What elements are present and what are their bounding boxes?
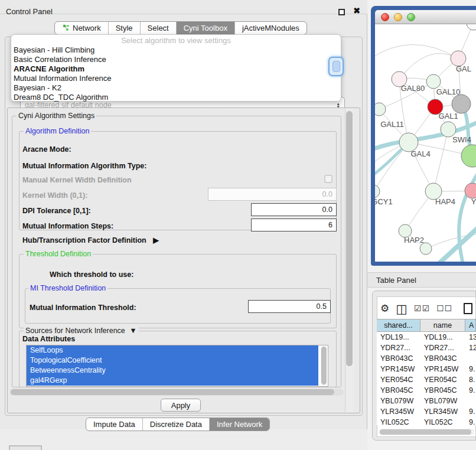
dpi-tolerance-field[interactable]: 0.0 — [251, 203, 337, 216]
algorithm-option[interactable]: ARACNE Algorithm — [11, 64, 341, 74]
network-edge — [459, 166, 476, 262]
algorithm-option[interactable]: Mutual Information Inference — [11, 74, 341, 83]
node-label: GAL10 — [436, 87, 460, 96]
horizontal-scrollbar-thumb[interactable] — [11, 389, 334, 395]
table-row[interactable]: YDR27...YDR27...12 — [377, 343, 476, 353]
focused-combo-button[interactable] — [328, 57, 344, 76]
table-hscrollbar-thumb[interactable] — [380, 429, 471, 435]
network-node[interactable] — [467, 24, 476, 30]
document-icon[interactable] — [464, 303, 472, 314]
node-label: GAL — [456, 64, 471, 73]
node-label: GCY1 — [375, 197, 393, 206]
attribute-list-item[interactable]: SelfLoops — [27, 345, 318, 356]
group-title: Algorithm Definition — [24, 127, 91, 135]
sources-toggle[interactable]: Sources for Network Inference ▼ — [24, 327, 139, 335]
list-scrollbar-thumb[interactable] — [321, 347, 327, 384]
node-label: GAL11 — [380, 120, 404, 129]
vertical-scrollbar-thumb[interactable] — [346, 111, 353, 366]
apply-button[interactable]: Apply — [161, 399, 201, 412]
tab-label: jActiveMNodules — [242, 24, 299, 32]
network-window-titlebar[interactable] — [375, 10, 476, 24]
table-cell: YBR045C — [377, 385, 420, 396]
attribute-list-item[interactable]: gal4RGexp — [27, 376, 318, 386]
tab-network[interactable]: Network — [55, 22, 109, 34]
tab-label: Cyni Toolbox — [184, 24, 227, 32]
table-row[interactable]: YBL079WYBL079W — [377, 396, 476, 406]
tab-label: Style — [116, 24, 133, 32]
table-cell: YBR043C — [420, 353, 465, 364]
table-row[interactable]: YPR145WYPR145W9. — [377, 364, 476, 374]
tab-style[interactable]: Style — [109, 22, 141, 34]
table-cell: YDL19... — [377, 332, 420, 343]
column-header-partial[interactable]: A — [465, 319, 476, 332]
node-label: GAL1 — [438, 112, 458, 120]
minimize-traffic-light-icon[interactable] — [394, 13, 402, 21]
algorithm-option[interactable]: Basic Correlation Inference — [11, 55, 341, 64]
attribute-list-item[interactable]: BetweennessCentrality — [27, 366, 318, 376]
table-toolbar: ⚙ ◫ ☑☑ ☐☐ — [380, 299, 476, 318]
zoom-traffic-light-icon[interactable] — [407, 13, 415, 21]
split-view-icon[interactable]: ◫ — [396, 304, 407, 314]
manual-kernel-label: Manual Kernel Width Definition — [22, 176, 132, 184]
tab-impute-data[interactable]: Impute Data — [86, 418, 143, 431]
column-header-name[interactable]: name — [420, 319, 465, 332]
table-panel-titlebar: Table Panel — [367, 272, 476, 288]
table-cell: YPR145W — [420, 364, 465, 374]
table-cell: YER054C — [377, 374, 420, 385]
table-cell: YLR345W — [420, 406, 465, 417]
float-panel-icon[interactable] — [338, 9, 345, 15]
network-node[interactable] — [375, 185, 380, 198]
algorithm-option[interactable]: Bayesian - Hill Climbing — [11, 45, 341, 55]
algorithm-option[interactable]: Bayesian - K2 — [11, 83, 341, 93]
network-node[interactable] — [420, 243, 432, 255]
algorithm-option[interactable]: Dream8 DC_TDC Algorithm — [11, 93, 341, 102]
tab-cyni-toolbox[interactable]: Cyni Toolbox — [177, 22, 235, 34]
expand-right-icon: ▶ — [153, 236, 159, 244]
network-node[interactable] — [426, 74, 441, 89]
table-cell: YDL19... — [420, 332, 465, 343]
close-icon[interactable]: ✖ — [353, 6, 360, 15]
hub-definition-toggle[interactable]: Hub/Transcription Factor Definition ▶ — [22, 236, 159, 244]
table-cell: 9. — [465, 417, 476, 425]
manual-kernel-checkbox[interactable] — [324, 175, 332, 183]
table-row[interactable]: YIL052CYIL052C9. — [377, 417, 476, 425]
tab-select[interactable]: Select — [141, 22, 177, 34]
close-traffic-light-icon[interactable] — [381, 13, 389, 21]
tab-infer-network[interactable]: Infer Network — [210, 418, 269, 431]
gear-icon[interactable]: ⚙ — [380, 304, 389, 314]
table-cell: YPR145W — [377, 364, 420, 374]
algorithm-dropdown-popup: Select algorithm to view settings Bayesi… — [11, 34, 341, 102]
table-row[interactable]: YBR043CYBR043C — [377, 353, 476, 364]
table-cell: YER054C — [420, 374, 465, 385]
kernel-width-field[interactable]: 0.0 — [208, 188, 337, 201]
network-node[interactable] — [461, 145, 476, 167]
control-panel-tabbar: Network Style Select Cyni Toolbox jActiv… — [54, 21, 307, 35]
column-header-shared-name[interactable]: shared... — [377, 319, 420, 332]
mi-type-label: Mutual Information Algorithm Type: — [22, 162, 146, 170]
attribute-list-item[interactable]: TopologicalCoefficient — [27, 356, 318, 366]
table-row[interactable]: YDL19...YDL19...13 — [377, 332, 476, 343]
group-title: Cyni Algorithm Settings — [17, 112, 96, 120]
table-cell: YBL079W — [377, 396, 420, 406]
node-label: Y — [471, 197, 476, 206]
aracne-mode-label: Aracne Mode: — [22, 145, 71, 154]
table-row[interactable]: YBR045CYBR045C9. — [377, 385, 476, 396]
network-canvas[interactable]: GALGAL80GAL10GAL1GAL11SWI4GAL4GCY1HAP4YH… — [375, 24, 476, 262]
unchecked-checkboxes-icon[interactable]: ☐☐ — [436, 304, 452, 313]
table-cell: YBR043C — [377, 353, 420, 364]
mi-steps-field[interactable]: 6 — [251, 219, 337, 231]
checked-checkboxes-icon[interactable]: ☑☑ — [414, 304, 430, 313]
table-cell: 12 — [465, 343, 476, 353]
tab-jactivemnodules[interactable]: jActiveMNodules — [235, 22, 307, 34]
network-icon — [62, 24, 70, 32]
network-node[interactable] — [375, 103, 386, 116]
hub-definition-label: Hub/Transcription Factor Definition — [22, 236, 146, 244]
kernel-width-label: Kernel Width (0,1): — [22, 191, 87, 200]
docked-panel-icon[interactable] — [9, 445, 42, 450]
table-row[interactable]: YER054CYER054C8. — [377, 374, 476, 385]
table-row[interactable]: YLR345WYLR345W9. — [377, 406, 476, 417]
data-attributes-list[interactable]: SelfLoopsTopologicalCoefficientBetweenne… — [26, 345, 328, 387]
mi-threshold-field[interactable]: 0.5 — [248, 300, 331, 313]
network-node[interactable] — [452, 94, 471, 113]
tab-discretize-data[interactable]: Discretize Data — [143, 418, 210, 431]
